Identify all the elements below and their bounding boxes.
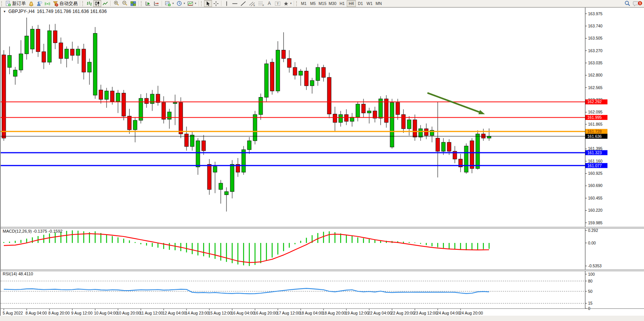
horizontal-lines[interactable]: 162.292161.995161.728161.636161.323161.0…: [1, 99, 607, 168]
bar-chart-button[interactable]: [85, 0, 93, 7]
candle-body: [128, 116, 131, 130]
auto-scroll-button[interactable]: [144, 0, 152, 7]
candle-body: [447, 142, 451, 151]
candle-body: [299, 71, 303, 75]
candle-body: [99, 90, 103, 99]
time-axis[interactable]: 5 Aug 20228 Aug 04:008 Aug 20:009 Aug 12…: [3, 309, 483, 315]
time-tick-label: 16 Aug 04:00: [231, 311, 255, 315]
depth-button[interactable]: [35, 0, 43, 7]
candle-body: [65, 49, 69, 59]
fibonacci-tool-button[interactable]: F: [257, 0, 266, 7]
period-button-d1[interactable]: D1: [356, 0, 365, 7]
candle-body: [53, 31, 57, 43]
arrows-tool-button[interactable]: ▾: [282, 0, 293, 7]
macd-axis-label: 0.292: [588, 228, 598, 233]
candle-body: [82, 49, 86, 72]
candle-body: [156, 94, 160, 102]
cursor-tool-button[interactable]: [204, 0, 212, 7]
candle-body: [173, 102, 177, 104]
time-tick-label: 18 Aug 04:00: [300, 311, 323, 315]
candle-body: [287, 59, 291, 67]
price-tick-label: 160.220: [588, 208, 603, 212]
shift-chart-button[interactable]: [152, 0, 161, 7]
candle-body: [19, 54, 23, 70]
candle-body: [419, 129, 422, 137]
time-tick-label: 17 Aug 12:00: [277, 311, 300, 315]
gold-button[interactable]: [27, 0, 35, 7]
label-tool-button[interactable]: T: [273, 0, 282, 7]
svg-text:T: T: [277, 2, 279, 6]
candlestick-chart-button[interactable]: [93, 0, 101, 7]
search-button[interactable]: [623, 0, 632, 7]
period-button-m30[interactable]: M30: [328, 0, 338, 7]
period-button-mn[interactable]: MN: [374, 0, 383, 7]
candle-body: [2, 55, 6, 138]
candle-body: [384, 99, 388, 123]
candle-body: [407, 120, 411, 129]
cursor-icon: [205, 1, 211, 6]
chart-canvas[interactable]: 163.975163.740163.505163.270163.035162.8…: [1, 7, 644, 316]
arrow-head-icon: [478, 110, 485, 114]
one-click-dropdown-icon[interactable]: ▼: [3, 10, 6, 13]
autotrading-button[interactable]: 自动交易: [51, 0, 79, 7]
notifications-button[interactable]: 1: [632, 0, 641, 7]
period-button-m15[interactable]: M15: [317, 0, 327, 7]
line-chart-button[interactable]: [101, 0, 109, 7]
signal-button[interactable]: [43, 0, 51, 7]
new-order-button[interactable]: 新订单: [4, 0, 27, 7]
price-tick-label: 160.690: [588, 183, 603, 188]
candle-body: [316, 67, 320, 80]
candles: [2, 18, 491, 211]
toolbar-separator: [110, 1, 111, 6]
time-tick-label: 14 Aug 23:00: [185, 311, 209, 315]
macd-pane: 0.2920.00-0.5353: [4, 228, 602, 268]
period-button-w1[interactable]: W1: [365, 0, 374, 7]
period-button-m1[interactable]: M1: [299, 0, 308, 7]
period-button-h4[interactable]: H4: [347, 0, 356, 7]
price-tick-label: 161.865: [588, 122, 603, 126]
crosshair-tool-button[interactable]: [212, 0, 220, 7]
price-tick-label: 160.925: [588, 171, 603, 176]
periods-button[interactable]: ▾: [175, 0, 187, 7]
templates-button[interactable]: ▾: [186, 0, 198, 7]
price-tick-label: 163.035: [588, 61, 603, 65]
toolbar-grip: [82, 1, 84, 6]
channel-tool-button[interactable]: E: [247, 0, 257, 7]
horizontal-line-tool-button[interactable]: [231, 0, 239, 7]
candle-body: [322, 67, 325, 77]
candle-body: [402, 115, 405, 129]
vertical-line-tool-button[interactable]: [223, 0, 231, 7]
time-tick-label: 22 Aug 20:00: [391, 311, 414, 315]
time-tick-label: 9 Aug 12:00: [71, 311, 92, 315]
trendline-tool-button[interactable]: [239, 0, 247, 7]
autotrading-icon: [53, 1, 58, 6]
candle-body: [59, 43, 63, 58]
text-tool-button[interactable]: A: [266, 0, 273, 7]
time-tick-label: 19 Aug 12:00: [345, 311, 369, 315]
search-icon: [624, 0, 631, 7]
bar-chart-icon: [86, 1, 92, 6]
time-tick-label: 16 Aug 20:00: [254, 311, 277, 315]
toolbar-grip: [201, 1, 203, 6]
indicators-button[interactable]: ▾: [164, 0, 175, 7]
svg-text:F: F: [263, 4, 264, 6]
candle-body: [93, 34, 97, 95]
period-button-m5[interactable]: M5: [308, 0, 317, 7]
zoom-out-button[interactable]: [121, 0, 129, 7]
period-button-h1[interactable]: H1: [338, 0, 347, 7]
time-tick-label: 10 Aug 20:00: [117, 311, 140, 315]
macd-signal-line: [4, 234, 489, 263]
chevron-down-icon: ▾: [195, 2, 196, 5]
rsi-axis-label: 80: [588, 279, 593, 283]
candle-body: [390, 102, 394, 147]
toolbar-separator: [162, 1, 163, 6]
zoom-in-button[interactable]: [112, 0, 121, 7]
toolbar-separator: [294, 1, 295, 6]
toolbar-separator: [199, 1, 199, 6]
trend-arrow-annotation[interactable]: [427, 93, 485, 114]
tile-windows-button[interactable]: [129, 0, 137, 7]
rsi-pane: 1008050150: [1, 272, 595, 311]
time-tick-label: 24 Aug 20:00: [459, 311, 483, 315]
rsi-axis-label: 100: [588, 272, 595, 276]
toolbar-grip: [296, 1, 298, 6]
